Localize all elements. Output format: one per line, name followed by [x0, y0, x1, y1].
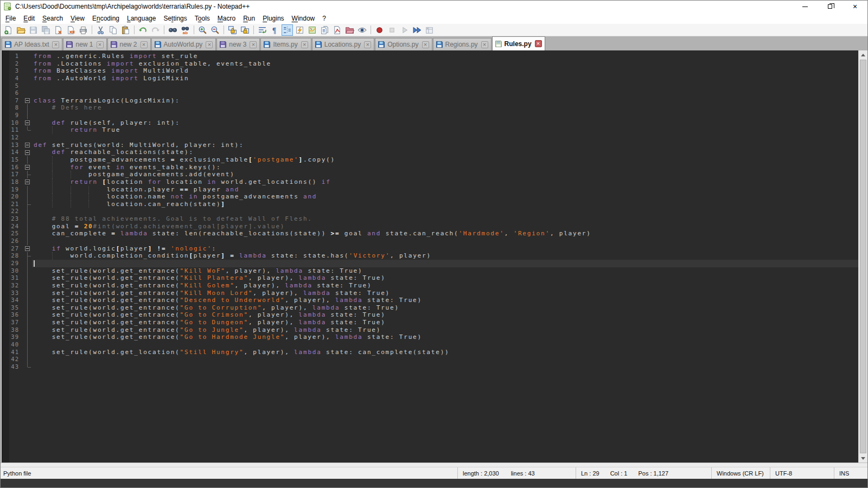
- zoom-in-icon[interactable]: [197, 24, 208, 36]
- status-encoding[interactable]: UTF-8: [770, 467, 834, 479]
- tab-close-icon[interactable]: ×: [97, 41, 104, 48]
- scroll-down-arrow-icon[interactable]: [859, 454, 867, 463]
- replace-icon[interactable]: ab: [180, 24, 191, 36]
- document-map-icon[interactable]: [307, 24, 318, 36]
- indent-guide-icon[interactable]: [282, 24, 293, 36]
- tab-close-icon[interactable]: ×: [364, 41, 371, 48]
- indent-guide: [52, 164, 53, 171]
- close-file-icon[interactable]: [53, 24, 64, 36]
- word-wrap-icon[interactable]: [257, 24, 268, 36]
- minimize-button[interactable]: [793, 1, 818, 12]
- menu-item-search[interactable]: Search: [39, 13, 67, 24]
- menu-item-settings[interactable]: Settings: [159, 13, 190, 24]
- tab-rules-py[interactable]: Rules.py×: [492, 36, 545, 50]
- scroll-up-arrow-icon[interactable]: [859, 50, 867, 59]
- fold-marker[interactable]: [23, 97, 32, 105]
- save-all-icon[interactable]: [40, 24, 52, 36]
- copy-icon[interactable]: [107, 24, 119, 36]
- code-text: [32, 89, 858, 97]
- fold-marker[interactable]: [23, 164, 32, 171]
- paste-icon[interactable]: [120, 24, 131, 36]
- restore-button[interactable]: [818, 1, 843, 12]
- close-all-icon[interactable]: [65, 24, 76, 36]
- new-file-icon[interactable]: [3, 24, 14, 36]
- menu-item-window[interactable]: Window: [288, 13, 319, 24]
- line-number: 10: [2, 119, 23, 127]
- print-icon[interactable]: [78, 24, 89, 36]
- macro-run-multiple-icon[interactable]: [411, 24, 423, 36]
- status-length-section: length : 2,030 lines : 43: [457, 467, 576, 479]
- fold-marker[interactable]: [23, 149, 32, 156]
- code-text: set_rule(world.get_entrance("Descend to …: [32, 297, 858, 304]
- show-all-characters-icon[interactable]: ¶: [269, 24, 280, 36]
- function-list-icon[interactable]: [294, 24, 305, 36]
- macro-play-icon[interactable]: [399, 24, 410, 36]
- line-number: 5: [2, 82, 23, 90]
- tab-ap-ideas-txt[interactable]: AP Ideas.txt×: [2, 38, 62, 50]
- scrollbar-thumb[interactable]: [860, 60, 866, 453]
- code-line: 4from ..AutoWorld import LogicMixin: [2, 75, 858, 82]
- tab-locations-py[interactable]: Locations.py×: [312, 38, 374, 50]
- monitoring-icon[interactable]: [356, 24, 368, 36]
- tab-close-icon[interactable]: ×: [250, 41, 257, 48]
- save-icon[interactable]: [28, 24, 39, 36]
- editor[interactable]: 1from ..generic.Rules import set_rule2fr…: [1, 50, 858, 463]
- macro-record-icon[interactable]: [374, 24, 385, 36]
- fold-margin: [23, 53, 32, 60]
- tab-options-py[interactable]: Options.py×: [375, 38, 432, 50]
- redo-icon[interactable]: [150, 24, 161, 36]
- menu-item-language[interactable]: Language: [123, 13, 159, 24]
- tab-close-icon[interactable]: ×: [535, 40, 542, 47]
- tab-autoworld-py[interactable]: AutoWorld.py×: [151, 38, 216, 50]
- menu-item-edit[interactable]: Edit: [20, 13, 39, 24]
- zoom-out-icon[interactable]: [209, 24, 221, 36]
- undo-icon[interactable]: [137, 24, 149, 36]
- menu-item-file[interactable]: File: [2, 13, 20, 24]
- tab-regions-py[interactable]: Regions.py×: [433, 38, 492, 50]
- fold-marker[interactable]: [23, 245, 32, 253]
- fold-margin: [23, 326, 32, 334]
- menu-item-plugins[interactable]: Plugins: [259, 13, 288, 24]
- status-eol-format[interactable]: Windows (CR LF): [711, 467, 770, 479]
- tab-new-2[interactable]: new 2×: [107, 38, 151, 50]
- tab-items-py[interactable]: Items.py×: [260, 38, 311, 50]
- fold-marker[interactable]: [23, 119, 32, 127]
- sync-vertical-icon[interactable]: [227, 24, 238, 36]
- sync-horizontal-icon[interactable]: [239, 24, 251, 36]
- status-insert-mode[interactable]: INS: [834, 467, 867, 479]
- code-line: 39 set_rule(world.get_entrance("Go to Ha…: [2, 333, 858, 341]
- tab-close-icon[interactable]: ×: [422, 41, 429, 48]
- fold-marker[interactable]: [23, 178, 32, 186]
- menu-bar: FileEditSearchViewEncodingLanguageSettin…: [1, 12, 867, 24]
- tab-close-icon[interactable]: ×: [206, 41, 213, 48]
- menu-item-encoding[interactable]: Encoding: [88, 13, 123, 24]
- cut-icon[interactable]: [95, 24, 106, 36]
- code-text: location.player == player and: [32, 186, 858, 194]
- line-number: 3: [2, 67, 23, 75]
- vertical-scrollbar[interactable]: [858, 50, 867, 463]
- tab-new-3[interactable]: new 3×: [216, 38, 260, 50]
- tab-close-icon[interactable]: ×: [52, 41, 59, 48]
- tab-close-icon[interactable]: ×: [141, 41, 148, 48]
- menu-item-tools[interactable]: Tools: [191, 13, 214, 24]
- fold-marker[interactable]: [23, 142, 32, 149]
- macro-stop-icon[interactable]: [386, 24, 398, 36]
- folder-as-workspace-icon[interactable]: [344, 24, 355, 36]
- menu-item-[interactable]: ?: [318, 13, 330, 24]
- menu-item-view[interactable]: View: [67, 13, 88, 24]
- code-text: postgame_advancements.add(event): [32, 171, 858, 178]
- floppy-icon: [436, 41, 443, 48]
- script-icon[interactable]: [331, 24, 343, 36]
- code-text: from ..generic.Rules import set_rule: [32, 53, 858, 60]
- code-line: 17 postgame_advancements.add(event): [2, 171, 858, 178]
- tab-new-1[interactable]: new 1×: [63, 38, 106, 50]
- menu-item-macro[interactable]: Macro: [214, 13, 239, 24]
- close-button[interactable]: ×: [843, 1, 867, 12]
- find-icon[interactable]: [167, 24, 178, 36]
- tab-close-icon[interactable]: ×: [301, 41, 308, 48]
- macro-save-icon[interactable]: [424, 24, 435, 36]
- tab-close-icon[interactable]: ×: [481, 41, 488, 48]
- open-file-icon[interactable]: [15, 24, 27, 36]
- document-list-icon[interactable]: [319, 24, 330, 36]
- menu-item-run[interactable]: Run: [239, 13, 259, 24]
